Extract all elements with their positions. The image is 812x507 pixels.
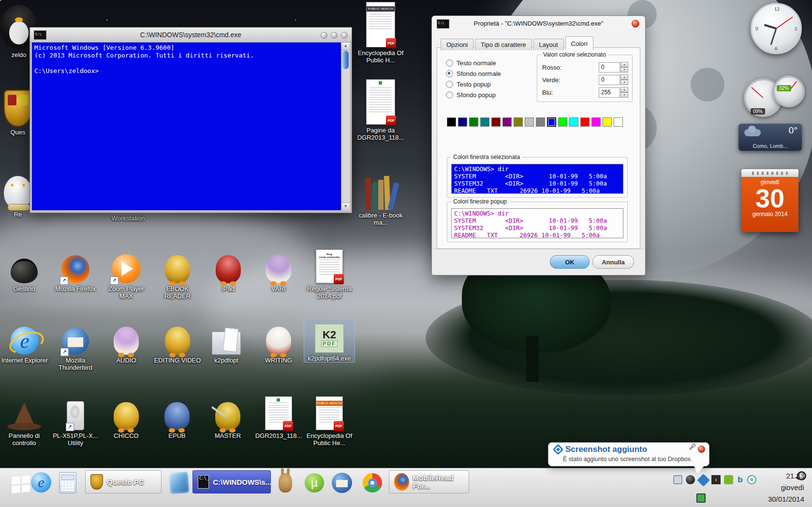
desktop-icon-audio[interactable]: AUDIO [101,321,151,364]
tray-globe-icon[interactable] [686,475,695,484]
tab-layout[interactable]: Layout [533,39,564,50]
scroll-down-button[interactable]: ▼ [341,203,350,210]
verde-input[interactable]: 0 [599,75,620,85]
taskbar-chrome-icon[interactable] [363,473,382,493]
cmd-system-icon[interactable]: C:\ [34,30,46,40]
desktop-icon-thunderbird[interactable]: ↗ Mozilla Thunderbird [50,321,101,371]
scroll-up-button[interactable]: ▲ [341,43,350,50]
tray-monitor-icon[interactable] [696,493,706,503]
desktop-icon-k2pdfopt-folder[interactable]: k2pdfopt [201,321,251,364]
tray-plex-icon[interactable]: › [711,475,721,484]
desktop-icon-internet-explorer[interactable]: e Internet Explorer [0,321,50,364]
close-button[interactable] [341,32,348,39]
search-magnifier-icon[interactable] [797,471,806,480]
desktop-icon-vari[interactable]: VARI [253,249,304,292]
palette-swatch[interactable] [491,117,501,127]
desktop-icon-firefox[interactable]: ↗ Mozilla Firefox [50,249,101,292]
ok-button[interactable]: OK [550,255,590,269]
palette-swatch[interactable] [580,117,590,127]
desktop-icon-gestino[interactable]: Gestino [0,249,49,292]
desktop-icon-ipad[interactable]: iPad [203,249,253,292]
tab-tipo-di-carattere[interactable]: Tipo di carattere [475,39,531,50]
notification-close-button[interactable] [698,446,705,453]
palette-swatch[interactable] [447,117,456,127]
palette-swatch[interactable] [458,117,467,127]
radio-testo-popup[interactable]: Testo popup [446,81,491,88]
desktop-icon-writing[interactable]: WRITING [253,321,304,364]
rosso-input[interactable]: 0 [599,62,620,72]
desktop-icon-editing-video[interactable]: EDITING VIDEO [152,321,203,364]
desktop-icon-epub[interactable]: EPUB [152,396,202,439]
taskbar-button-mobileread[interactable]: MobileRead For... [389,470,469,493]
scroll-thumb[interactable] [342,51,349,69]
desktop-icon-calibre[interactable]: calibre - E-book ma... [354,163,407,226]
palette-swatch-selected[interactable] [547,117,556,127]
taskbar-thunderbird-icon[interactable] [332,473,352,493]
cmd-titlebar[interactable]: C:\ C:\WINDOWS\system32\cmd.exe [30,28,352,43]
palette-swatch[interactable] [525,117,534,127]
blu-input[interactable]: 255 [599,87,620,98]
weather-gadget[interactable]: 0° Como, Lomb... [738,124,802,151]
cmd-scrollbar[interactable]: ▲ ▼ [341,43,350,210]
spin-up-icon[interactable]: ▲ [620,62,628,67]
taskbar[interactable]: e Questo PC C:\_ C:\WINDOWS\s... µ Mobil… [0,468,812,507]
radio-sfondo-normale[interactable]: Sfondo normale [446,70,501,77]
taskbar-calculator-icon[interactable] [59,472,76,493]
dialog-close-button[interactable] [632,20,639,28]
desktop-icon-dgr2013-pdf[interactable]: PDF DGR2013_118... [253,396,304,439]
tray-bing-icon[interactable]: b [736,475,745,484]
desktop-icon-master[interactable]: MASTER [203,396,253,439]
palette-swatch[interactable] [603,117,612,127]
tab-opzioni[interactable]: Opzioni [441,39,473,50]
taskbar-explorer-crystal-icon[interactable] [169,472,190,494]
desktop-icon-plx51p-utility[interactable]: ↗ PL-X51P,PL-X... Utility [50,396,101,447]
radio-sfondo-popup[interactable]: Sfondo popup [446,91,496,99]
taskbar-internet-explorer-icon[interactable]: e [31,472,51,493]
notification-settings-wrench-icon[interactable] [689,445,694,450]
cmd-properties-dialog[interactable]: C:\ Proprietà - "C:\WINDOWS\system32\cmd… [431,15,646,275]
desktop-icon-ebook-reader[interactable]: EBOOK READER [152,249,203,300]
taskbar-clock[interactable]: 21.33 giovedì 30/01/2014 [751,470,804,505]
spin-up-icon[interactable]: ▲ [620,87,628,92]
tray-remote-icon[interactable] [673,475,682,484]
taskbar-utorrent-icon[interactable]: µ [305,473,324,493]
palette-swatch[interactable] [480,117,489,127]
radio-circle-icon[interactable] [446,91,453,99]
calendar-gadget[interactable]: giovedì 30 gennaio 2014 [741,169,798,232]
desktop-icon-pagine-dgr-pdf[interactable]: PDF Pagine da DGR2013_118... [354,78,407,141]
desktop-icon-regole-sistema-pdf[interactable]: Reg ioneLombardia PDF Regole Sistema 201… [304,249,354,300]
maximize-button[interactable] [331,32,338,39]
tab-colori[interactable]: Colori [565,36,593,50]
palette-swatch[interactable] [591,117,601,127]
palette-swatch[interactable] [469,117,478,127]
palette-swatch[interactable] [614,117,623,127]
clock-gadget[interactable]: 12 3 6 9 [751,3,802,54]
cmd-window[interactable]: C:\ C:\WINDOWS\system32\cmd.exe Microsof… [30,27,352,213]
tray-dropbox-icon[interactable] [697,474,710,487]
desktop-icon-encyclopedia-pdf[interactable]: PUBLIC HEALTH PDF Encyclopedia Of Public… [354,1,407,64]
minimize-button[interactable] [321,32,327,39]
spin-up-icon[interactable]: ▲ [620,74,628,80]
palette-swatch[interactable] [536,117,545,127]
spin-down-icon[interactable]: ▼ [620,80,628,85]
palette-swatch[interactable] [514,117,523,127]
radio-circle-icon[interactable] [446,81,453,88]
desktop-icon-chicco[interactable]: CHICCO [101,396,151,439]
taskbar-button-cmd-active[interactable]: C:\_ C:\WINDOWS\s... [192,470,271,493]
start-button[interactable] [12,475,30,493]
dropbox-notification[interactable]: Screenshot aggiunto È stato aggiunto uno… [548,442,709,466]
cancel-button[interactable]: Annulla [592,255,634,269]
desktop-icon-pannello-controllo[interactable]: Pannello di controllo [0,396,49,447]
ram-gauge-gadget[interactable] [773,75,805,107]
palette-swatch[interactable] [569,117,578,127]
desktop-icon-k2pdfopt64[interactable]: K2PDF k2pdfopt64.exe [304,319,354,362]
taskbar-button-questo-pc[interactable]: Questo PC [85,470,162,493]
palette-swatch[interactable] [502,117,512,127]
radio-testo-normale[interactable]: Testo normale [446,59,496,67]
tray-evernote-icon[interactable] [724,475,733,484]
desktop-icon-encyclopedia2-pdf[interactable]: PUBLIC HEALTH PDF Encyclopedia Of Public… [304,396,354,447]
palette-swatch[interactable] [558,117,567,127]
dialog-titlebar[interactable]: C:\ Proprietà - "C:\WINDOWS\system32\cmd… [432,16,645,30]
taskbar-rabbit-icon[interactable] [279,473,292,493]
radio-circle-icon[interactable] [446,59,453,67]
